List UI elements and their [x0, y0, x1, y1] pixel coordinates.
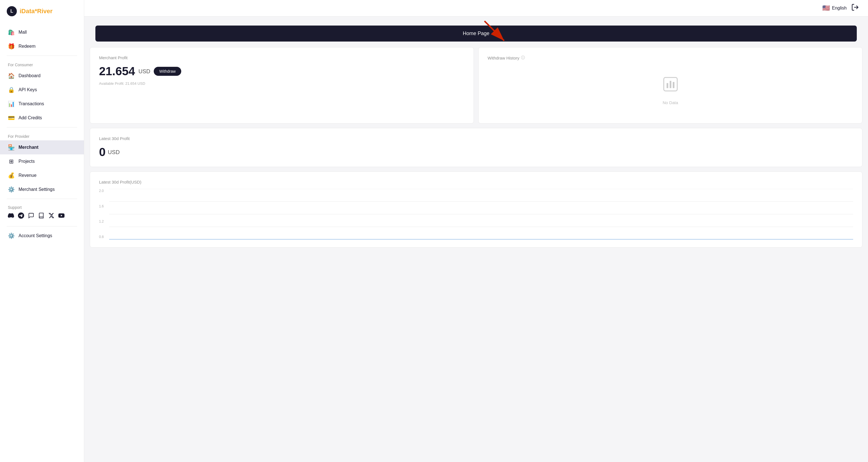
y-label-4: 0.8 [99, 235, 104, 239]
lock-icon: 🔒 [8, 86, 14, 93]
profit-value: 21.654 [99, 64, 135, 78]
home-icon: 🏠 [8, 73, 14, 79]
chart-icon: 📊 [8, 100, 14, 107]
support-section: Support [0, 201, 84, 224]
info-icon: ⓘ [521, 55, 525, 60]
topbar: 🇺🇸 English [84, 0, 868, 17]
profit-unit: USD [138, 68, 150, 75]
sidebar-item-label: Mall [19, 30, 27, 35]
latest-30d-unit: USD [108, 149, 120, 155]
discord-icon[interactable] [8, 212, 14, 220]
svg-rect-4 [670, 81, 671, 88]
y-label-2: 1.6 [99, 204, 104, 208]
x-twitter-icon[interactable] [48, 212, 55, 220]
sidebar-item-label: Merchant Settings [19, 187, 55, 192]
revenue-icon: 💰 [8, 172, 14, 179]
profit-amount: 21.654 USD Withdraw [99, 64, 465, 78]
sidebar-item-merchant-settings[interactable]: ⚙️ Merchant Settings [0, 182, 84, 197]
no-data-icon [661, 75, 680, 97]
merchant-profit-title: Merchant Profit [99, 55, 465, 60]
divider-2 [7, 127, 77, 127]
mall-icon: 🛍️ [8, 29, 14, 36]
sidebar-item-label: API Keys [19, 87, 37, 92]
chart-y-labels: 2.0 1.6 1.2 0.8 [99, 189, 104, 239]
telegram-icon[interactable] [18, 212, 24, 220]
consumer-section-label: For Consumer [0, 58, 84, 69]
top-cards: Merchant Profit 21.654 USD Withdraw Avai… [90, 47, 862, 123]
sidebar-item-label: Add Credits [19, 115, 42, 120]
provider-section-label: For Provider [0, 130, 84, 140]
sidebar-item-label: Account Settings [19, 233, 52, 238]
sidebar-item-transactions[interactable]: 📊 Transactions [0, 97, 84, 111]
language-label: English [832, 6, 847, 11]
logout-button[interactable] [851, 3, 859, 13]
chart-svg [109, 189, 853, 239]
latest-30d-title: Latest 30d Profit [99, 136, 853, 141]
chart-card: Latest 30d Profit(USD) 2.0 1.6 1.2 0.8 [90, 172, 862, 248]
support-label: Support [8, 205, 76, 210]
sidebar-nav: 🛍️ Mall 🎁 Redeem For Consumer 🏠 Dashboar… [0, 23, 84, 462]
sidebar-item-dashboard[interactable]: 🏠 Dashboard [0, 69, 84, 83]
sidebar-item-label: Revenue [19, 173, 36, 178]
chart-area: 2.0 1.6 1.2 0.8 [99, 189, 853, 239]
sidebar-item-label: Dashboard [19, 73, 40, 78]
flag-icon: 🇺🇸 [822, 4, 830, 12]
second-row-cards: Latest 30d Profit 0 USD [90, 128, 862, 167]
sidebar-item-mall[interactable]: 🛍️ Mall [0, 25, 84, 39]
no-data-text: No Data [663, 100, 678, 105]
sidebar-item-label: Projects [19, 159, 35, 164]
homepage-bar[interactable]: Home Page [95, 26, 857, 41]
svg-rect-5 [673, 82, 675, 88]
logo-area: L iData*River [0, 0, 84, 23]
logo-icon: L [7, 6, 17, 16]
sidebar: L iData*River 🛍️ Mall 🎁 Redeem For Consu… [0, 0, 84, 462]
chart-grid [109, 189, 853, 239]
withdraw-history-title: Withdraw History ⓘ [488, 55, 853, 60]
sidebar-item-label: Redeem [19, 44, 35, 49]
account-settings-icon: ⚙️ [8, 232, 14, 239]
merchant-profit-card: Merchant Profit 21.654 USD Withdraw Avai… [90, 47, 474, 123]
divider-1 [7, 56, 77, 56]
sidebar-item-revenue[interactable]: 💰 Revenue [0, 168, 84, 182]
support-chat-icon[interactable] [28, 212, 34, 220]
chart-title: Latest 30d Profit(USD) [99, 180, 853, 184]
no-data-container: No Data [488, 65, 853, 115]
svg-rect-3 [666, 83, 668, 88]
language-selector[interactable]: 🇺🇸 English [822, 4, 847, 12]
sidebar-item-merchant[interactable]: 🏪 Merchant [0, 140, 84, 154]
latest-30d-value: 0 USD [99, 145, 853, 159]
homepage-bar-wrapper: Home Page [90, 21, 862, 41]
logo-text: iData*River [20, 7, 53, 15]
y-label-1: 2.0 [99, 189, 104, 193]
gift-icon: 🎁 [8, 43, 14, 50]
withdraw-history-card: Withdraw History ⓘ No Data [478, 47, 862, 123]
main-area: 🇺🇸 English Home Page [84, 0, 868, 462]
homepage-bar-label: Home Page [463, 31, 489, 36]
sidebar-item-add-credits[interactable]: 💳 Add Credits [0, 111, 84, 125]
merchant-icon: 🏪 [8, 144, 14, 151]
sidebar-item-api-keys[interactable]: 🔒 API Keys [0, 83, 84, 97]
card-icon: 💳 [8, 115, 14, 121]
youtube-icon[interactable] [58, 212, 64, 220]
divider-4 [7, 226, 77, 227]
projects-icon: ⊞ [8, 158, 14, 165]
book-icon[interactable] [38, 212, 44, 220]
y-label-3: 1.2 [99, 220, 104, 224]
sidebar-item-label: Transactions [19, 101, 44, 106]
latest-30d-card: Latest 30d Profit 0 USD [90, 128, 862, 167]
sidebar-item-account-settings[interactable]: ⚙️ Account Settings [0, 229, 84, 243]
sidebar-item-label: Merchant [19, 145, 38, 150]
support-icons [8, 212, 76, 220]
sidebar-item-redeem[interactable]: 🎁 Redeem [0, 39, 84, 53]
withdraw-button[interactable]: Withdraw [154, 67, 181, 76]
sidebar-item-projects[interactable]: ⊞ Projects [0, 154, 84, 168]
content-area: Merchant Profit 21.654 USD Withdraw Avai… [84, 41, 868, 253]
settings-icon: ⚙️ [8, 186, 14, 193]
divider-3 [7, 199, 77, 199]
available-profit-text: Available Profit: 21.654 USD [99, 81, 465, 86]
